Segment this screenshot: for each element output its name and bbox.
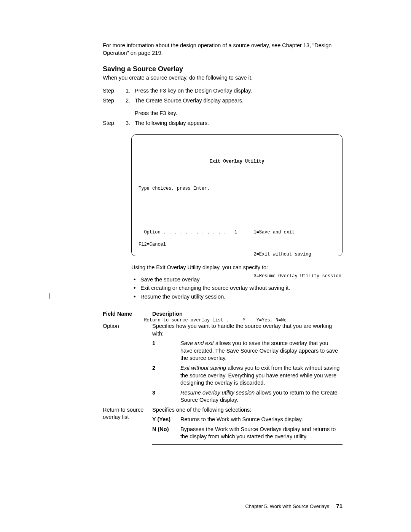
steps-list: Step 1. Press the F3 key on the Design O… [103,87,342,127]
option-label: Option . . . . . . . . . . . . [139,230,234,235]
opt-key-2: 2 [152,362,180,387]
terminal-footer: F12=Cancel [139,241,166,248]
nno-key: N (No) [152,423,180,445]
section-heading: Saving a Source Overlay [103,64,342,73]
opt-desc-3: Resume overlay utility session allows yo… [180,387,342,404]
return-help: Y=Yes, N=No [256,318,287,323]
step-subtext: Press the F3 key. [135,110,342,117]
terminal-blank [139,207,335,214]
step-1: Step 1. Press the F3 key on the Design O… [103,87,342,95]
step-number: 1. [126,87,135,95]
option-spacer [237,230,253,235]
return-spacer [245,318,256,323]
intro-paragraph: For more information about the design op… [103,42,342,57]
page: For more information about the design op… [0,0,411,532]
step-text: Press the F3 key on the Design Overlay d… [135,87,342,95]
option-desc-3: 3=Resume Overlay Utility session [253,273,341,279]
terminal-screen: Exit Overlay Utility Type choices, press… [131,134,342,256]
step-text: The Create Source Overlay display appear… [135,97,342,117]
terminal-return-row: Return to source overlay list . . Y Y=Ye… [139,317,335,324]
step-number: 2. [126,97,135,117]
footer-chapter: Chapter 5. Work with Source Overlays [245,503,329,510]
terminal-instruction: Type choices, press Enter. [139,185,335,192]
opt-key-3: 3 [152,387,180,404]
field-name-return: Return to source overlay list [103,404,152,445]
opt-emph: Resume overlay utility session [180,390,255,396]
step-3: Step 3. The following display appears. [103,120,342,127]
table-row: Return to source overlay list Specifies … [103,404,342,414]
terminal-option-row: Option . . . . . . . . . . . . 1 1=Save … [139,229,335,236]
table-row: 3 Resume overlay utility session allows … [103,387,342,404]
footer-page-number: 71 [336,502,342,510]
terminal-option-desc-row: 3=Resume Overlay Utility session [139,273,335,280]
page-footer: Chapter 5. Work with Source Overlays 71 [0,502,411,510]
nno-desc: Bypasses the Work with Source Overlays d… [180,423,342,445]
table-row: 2 Exit without saving allows you to exit… [103,362,342,387]
field-desc-return: Specifies one of the following selection… [152,404,342,414]
yyes-desc: Returns to the Work with Source Overlays… [180,414,342,423]
step-text-line: The Create Source Overlay display appear… [135,97,244,104]
step-text: The following display appears. [135,120,342,127]
terminal-blank [139,295,335,302]
return-value: Y [243,318,245,323]
option-desc-2: 2=Exit without saving [253,252,311,257]
option-desc-1: 1=Save and exit [253,230,295,235]
option-indent [139,252,253,257]
option-indent [139,273,253,279]
section-lead: When you create a source overlay, do the… [103,74,342,82]
step-label: Step [103,87,126,95]
return-label: Return to source overlay list . . [139,318,243,323]
terminal-option-desc-row: 2=Exit without saving [139,251,335,258]
step-label: Step [103,120,126,127]
opt-desc-2: Exit without saving allows you to exit f… [180,362,342,387]
step-2: Step 2. The Create Source Overlay displa… [103,97,342,117]
step-number: 3. [126,120,135,127]
change-bar-icon: | [48,292,51,300]
step-label: Step [103,97,126,117]
terminal-title: Exit Overlay Utility [139,158,335,165]
opt-emph: Exit without saving [180,365,226,371]
yyes-key: Y (Yes) [152,414,180,423]
